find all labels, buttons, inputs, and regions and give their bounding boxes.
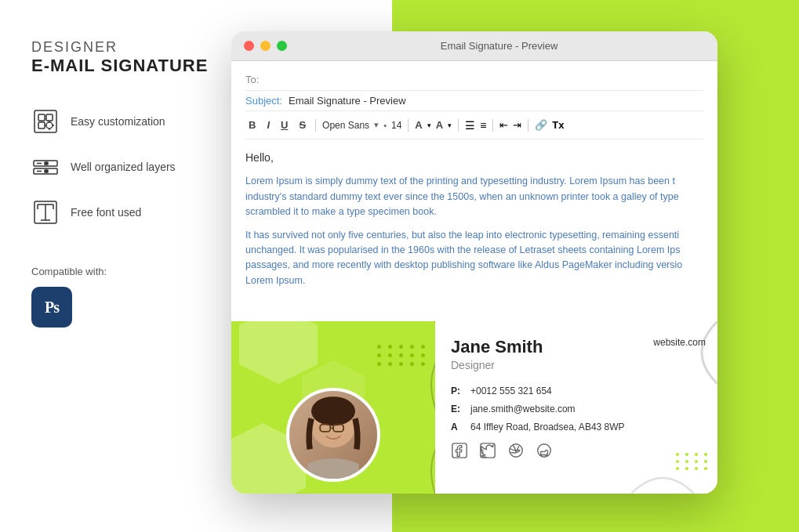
facebook-icon[interactable] [451, 442, 468, 459]
highlight-icon[interactable]: A [436, 119, 443, 131]
dot [410, 353, 414, 357]
svg-rect-14 [45, 170, 48, 172]
sig-title: Designer [451, 359, 702, 371]
toolbar-sep4 [492, 119, 493, 132]
dot [410, 345, 414, 349]
font-selector[interactable]: Open Sans [322, 120, 369, 131]
feature-layers: Well organized layers [31, 153, 212, 181]
sig-contact: P: +0012 555 321 654 E: jane.smith@websi… [451, 382, 702, 436]
dot [421, 353, 425, 357]
window-title: Email Signature - Preview [293, 40, 705, 52]
font-dash: • [383, 121, 387, 130]
sig-dot [695, 467, 698, 470]
feature-easy-label: Easy customization [71, 115, 165, 128]
highlight-arrow: ▾ [448, 121, 452, 129]
font-size[interactable]: 14 [391, 120, 401, 131]
svg-rect-13 [45, 162, 48, 165]
greeting: Hello, [245, 149, 703, 166]
sig-dot [695, 453, 698, 456]
dot [399, 345, 403, 349]
mac-maximize-dot[interactable] [277, 41, 287, 51]
left-panel: DESIGNER E-MAIL SIGNATURE Easy customiza… [0, 0, 243, 532]
photoshop-icon: Ps [31, 287, 72, 328]
body-para2: It has survived not only five centuries,… [245, 228, 703, 289]
indent-left-icon[interactable]: ⇤ [499, 119, 508, 131]
address-row: A 64 Iffley Road, Broadsea, AB43 8WP [451, 418, 702, 436]
font-arrow: ▾ [374, 120, 379, 130]
github-icon[interactable] [536, 442, 553, 459]
dot [388, 362, 392, 366]
strikethrough-button[interactable]: S [296, 118, 309, 132]
text-color-arrow: ▾ [427, 121, 431, 129]
phone-row: P: +0012 555 321 654 [451, 382, 702, 400]
mac-window: Email Signature - Preview To: Subject: E… [231, 31, 717, 494]
address-key: A [451, 418, 463, 436]
underline-button[interactable]: U [278, 118, 291, 132]
feature-font-label: Free font used [71, 206, 141, 219]
toolbar-sep3 [458, 119, 459, 132]
sig-info-section: Jane Smith Designer website.com P: +0012… [435, 321, 717, 494]
to-label: To: [245, 74, 289, 85]
sig-green-section [231, 321, 435, 494]
email-value: jane.smith@website.com [470, 400, 576, 418]
svg-rect-0 [35, 110, 56, 132]
email-subject-row: Subject: Email Signature - Preview [245, 91, 703, 111]
svg-rect-3 [38, 122, 45, 128]
email-row: E: jane.smith@website.com [451, 400, 702, 418]
dot-grid [377, 345, 427, 366]
dot [377, 362, 381, 366]
mac-close-dot[interactable] [244, 41, 254, 51]
email-compose: To: Subject: Email Signature - Preview B… [231, 61, 717, 306]
svg-point-4 [46, 122, 53, 128]
customize-icon [31, 107, 60, 136]
indent-right-icon[interactable]: ⇥ [513, 119, 521, 131]
sig-dot [704, 467, 707, 470]
svg-rect-2 [46, 114, 53, 121]
list-ul-icon[interactable]: ☰ [465, 119, 475, 132]
feature-layers-label: Well organized layers [71, 161, 176, 173]
svg-point-23 [311, 396, 355, 425]
list-ol-icon[interactable]: ≡ [480, 119, 486, 132]
mac-minimize-dot[interactable] [260, 41, 271, 51]
decorative-curve [670, 321, 717, 384]
text-color-icon[interactable]: A [415, 119, 422, 131]
toolbar-sep5 [528, 119, 528, 132]
avatar [286, 388, 380, 482]
dot [421, 362, 425, 366]
decorative-curve-bottom [631, 447, 694, 494]
clear-format-icon[interactable]: Tx [552, 119, 564, 131]
features-list: Easy customization Well organized layers [31, 107, 212, 226]
feature-easy-customization: Easy customization [31, 107, 212, 136]
dot [399, 353, 403, 357]
italic-button[interactable]: I [263, 118, 273, 132]
svg-rect-1 [38, 114, 45, 121]
body-para1: Lorem Ipsum is simply dummy text of the … [245, 174, 703, 219]
bold-button[interactable]: B [245, 118, 259, 132]
address-value: 64 Iffley Road, Broadsea, AB43 8WP [470, 418, 625, 436]
toolbar-sep1 [315, 119, 316, 132]
email-body: Hello, Lorem Ipsum is simply dummy text … [245, 139, 703, 306]
compatible-label: Compatible with: [31, 266, 212, 277]
email-toolbar: B I U S Open Sans ▾ • 14 A ▾ A ▾ ☰ ≡ ⇤ ⇥… [245, 111, 703, 139]
dot [388, 353, 392, 357]
sig-dot [695, 460, 698, 463]
dot [421, 345, 425, 349]
link-icon[interactable]: 🔗 [535, 119, 547, 131]
toolbar-sep2 [408, 119, 409, 132]
phone-key: P: [451, 382, 463, 400]
email-signature: Jane Smith Designer website.com P: +0012… [231, 321, 717, 494]
subject-label: Subject: [245, 95, 289, 107]
sig-dot [704, 460, 707, 463]
compatible-section: Compatible with: Ps [31, 266, 212, 328]
avatar-image [289, 391, 377, 479]
dot [410, 362, 414, 366]
mac-titlebar: Email Signature - Preview [231, 31, 717, 61]
sig-dot [704, 453, 707, 456]
dot [377, 353, 381, 357]
dribbble-icon[interactable] [507, 442, 525, 459]
twitter-icon[interactable] [479, 442, 496, 459]
dot [388, 345, 392, 349]
email-to-row: To: [245, 69, 703, 91]
email-key: E: [451, 400, 463, 418]
layers-icon [31, 153, 60, 181]
